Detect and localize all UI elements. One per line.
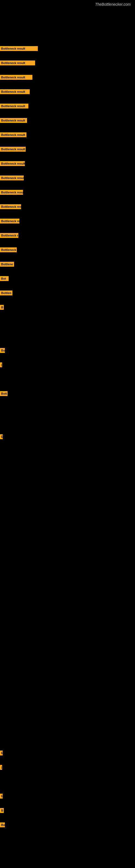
bottleneck-bar: E [0, 750, 3, 755]
bottleneck-label: Bottleneck r [0, 247, 17, 252]
bottleneck-label: Bottleneck result [0, 104, 28, 108]
bottleneck-bar: B [0, 305, 4, 310]
bottleneck-label: Bottleneck result [0, 176, 24, 180]
bottleneck-label: Bot [0, 276, 9, 281]
bottleneck-bar: B [0, 808, 4, 813]
bottleneck-label: E [0, 750, 3, 755]
bottleneck-bar: Bottleneck result [0, 89, 30, 94]
bottleneck-label: Bottleneck res [0, 204, 21, 209]
bottleneck-label: Bott [0, 391, 8, 396]
bottleneck-label: Bottleneck re [0, 233, 18, 238]
bottleneck-bar: Bottleneck r [0, 247, 17, 252]
bottleneck-bar: Bottleneck result [0, 46, 38, 51]
bottleneck-bar: Bottleneck result [0, 161, 25, 166]
bottleneck-bar: Bottleneck result [0, 190, 23, 195]
bottleneck-label: Bottleneck result [0, 190, 23, 195]
bottleneck-label: E [0, 434, 3, 439]
bottleneck-bar: Bottleneck re [0, 219, 19, 223]
bottleneck-bar: Bottleneck result [0, 118, 27, 123]
bottleneck-bar: Bottleneck result [0, 75, 32, 80]
bottleneck-label: Bottleneck result [0, 46, 38, 51]
bottleneck-bar: Bottleneck result [0, 132, 27, 137]
bottleneck-label: | [0, 362, 2, 367]
bars-container: Bottleneck resultBottleneck resultBottle… [0, 8, 135, 868]
bottleneck-bar: Bottleneck re [0, 233, 18, 238]
bottleneck-bar: | [0, 765, 2, 770]
bottleneck-bar: Bottleneck result [0, 176, 24, 180]
bottleneck-label: Bottlen [0, 290, 12, 296]
bottleneck-bar: Bottleneck result [0, 147, 26, 152]
bottleneck-label: Bottleneck result [0, 75, 32, 80]
bottleneck-bar: Bo [0, 348, 5, 353]
bottleneck-label: B [0, 808, 4, 813]
site-title: TheBottlenecker.com [0, 0, 135, 8]
bottleneck-label: Bottleneck result [0, 89, 30, 94]
bottleneck-bar: | [0, 362, 2, 367]
bottleneck-bar: Bott [0, 391, 8, 396]
bottleneck-bar: E [0, 434, 3, 439]
bottleneck-label: Bo [0, 823, 5, 827]
bottleneck-bar: Bottleneck result [0, 61, 35, 65]
bottleneck-label: Bottleneck re [0, 219, 19, 223]
bottleneck-bar: Bo [0, 823, 5, 827]
bottleneck-label: B [0, 305, 4, 310]
bottleneck-label: Bottleneck result [0, 61, 35, 65]
bottleneck-bar: Bottleneck result [0, 104, 28, 108]
bottleneck-label: Bottleneck result [0, 118, 27, 123]
bottleneck-label: Bottleneck result [0, 161, 25, 166]
bottleneck-label: Bo [0, 348, 5, 353]
bottleneck-bar: Bottleneck res [0, 204, 21, 209]
bottleneck-label: Bottleneck result [0, 132, 27, 137]
bottleneck-label: E [0, 794, 3, 799]
bottleneck-bar: Bot [0, 276, 9, 281]
bottleneck-bar: E [0, 794, 3, 799]
bottleneck-bar: Bottlen [0, 290, 12, 296]
bottleneck-label: Bottleneck result [0, 147, 26, 152]
bottleneck-bar: Bottlene [0, 262, 14, 267]
bottleneck-label: Bottlene [0, 262, 14, 267]
bottleneck-label: | [0, 765, 2, 770]
